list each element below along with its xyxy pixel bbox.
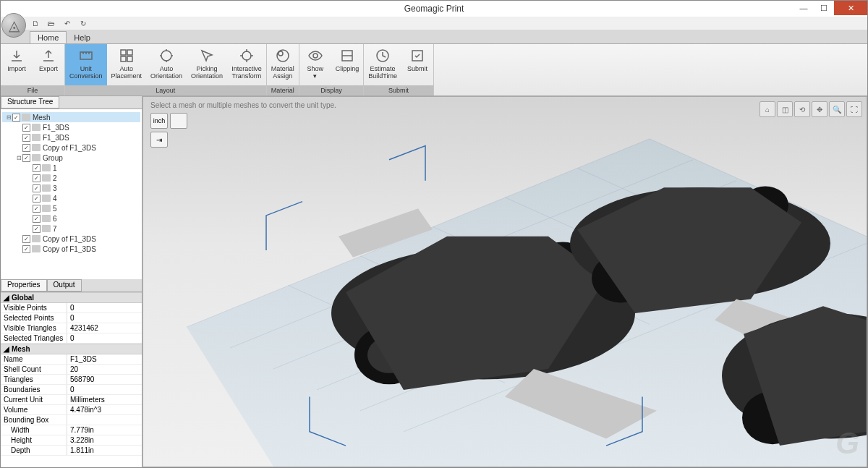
redo-icon[interactable]: ↻ <box>77 18 89 28</box>
view-zoom-icon[interactable]: 🔍 <box>829 101 845 117</box>
picking-orientation-button[interactable]: PickingOrientation <box>187 44 227 85</box>
minimize-button[interactable]: — <box>793 1 814 15</box>
checkbox[interactable]: ✓ <box>22 134 30 142</box>
auto-placement-button[interactable]: AutoPlacement <box>107 44 147 85</box>
structure-tree-tab[interactable]: Structure Tree <box>1 96 59 109</box>
checkbox[interactable]: ✓ <box>33 174 41 182</box>
view-fit-icon[interactable]: ⛶ <box>846 101 862 117</box>
checkbox[interactable]: ✓ <box>33 164 41 172</box>
structure-tree-tabs: Structure Tree <box>1 96 142 109</box>
material-assign-button[interactable]: MaterialAssign <box>267 44 299 85</box>
clipping-button[interactable]: Clipping <box>331 44 364 85</box>
tree-item[interactable]: ⊟✓Group <box>2 153 140 163</box>
collapse-icon: ◢ <box>4 294 9 302</box>
open-icon[interactable]: 🗁 <box>46 18 57 28</box>
prop-row: Current UnitMillimeters <box>1 395 142 405</box>
undo-icon[interactable]: ↶ <box>61 18 73 28</box>
unit-convert-button[interactable]: ⇥ <box>150 132 168 148</box>
prop-value: 0 <box>67 303 142 312</box>
tree-item[interactable]: ✓4 <box>2 193 140 203</box>
view-cube-icon[interactable]: ◫ <box>777 101 793 117</box>
prop-value: 0 <box>67 385 142 394</box>
import-button[interactable]: Import <box>1 44 33 85</box>
expand-icon[interactable]: ⊟ <box>15 155 22 161</box>
properties-tab[interactable]: Properties <box>1 279 47 292</box>
viewport-3d[interactable]: Select a mesh or multiple meshes to conv… <box>142 96 867 467</box>
checkbox[interactable]: ✓ <box>33 215 41 223</box>
autoorient-icon <box>158 47 175 64</box>
unit-conversion-button[interactable]: UnitConversion <box>65 44 107 85</box>
mesh-icon <box>32 134 41 141</box>
tree-item[interactable]: ✓Copy of F1_3DS <box>2 234 140 244</box>
tab-home[interactable]: Home <box>30 31 67 43</box>
close-button[interactable]: ✕ <box>834 1 867 15</box>
checkbox[interactable]: ✓ <box>33 195 41 203</box>
tree-item[interactable]: ✓1 <box>2 163 140 173</box>
checkbox[interactable]: ✓ <box>33 205 41 213</box>
tree-item-label: Group <box>43 154 63 162</box>
ribbon-group-label: Layout <box>65 85 266 95</box>
show-icon <box>307 47 324 64</box>
prop-value: 1.811in <box>67 446 142 455</box>
show-button[interactable]: Show▾ <box>299 44 331 85</box>
prop-key: Selected Triangles <box>1 333 67 343</box>
checkbox[interactable]: ✓ <box>33 184 41 192</box>
mesh-icon <box>42 184 51 192</box>
tree-item[interactable]: ✓2 <box>2 173 140 183</box>
unit-mm-button[interactable] <box>170 113 187 129</box>
tree-item[interactable]: ✓6 <box>2 213 140 224</box>
tree-item[interactable]: ✓F1_3DS <box>2 132 140 142</box>
checkbox[interactable]: ✓ <box>22 144 30 152</box>
checkbox[interactable]: ✓ <box>22 235 30 243</box>
tab-help[interactable]: Help <box>67 32 98 43</box>
clipping-icon <box>339 47 356 64</box>
svg-rect-2 <box>127 50 132 55</box>
tree-item[interactable]: ✓F1_3DS <box>2 122 140 132</box>
mesh-icon <box>42 205 51 212</box>
prop-row: Visible Points0 <box>1 303 142 313</box>
checkbox[interactable]: ✓ <box>22 245 30 253</box>
prop-key: Selected Points <box>1 313 67 323</box>
maximize-button[interactable]: ☐ <box>814 1 834 15</box>
transform-icon <box>238 47 255 64</box>
view-home-icon[interactable]: ⌂ <box>760 101 775 117</box>
app-logo[interactable]: ◬ <box>1 13 26 38</box>
checkbox[interactable]: ✓ <box>33 225 41 233</box>
tree-item[interactable]: ✓Copy of F1_3DS <box>2 142 140 153</box>
export-button[interactable]: Export <box>33 44 64 85</box>
unit-inch-button[interactable]: inch <box>150 113 168 129</box>
prop-key: Volume <box>1 405 67 414</box>
output-tab[interactable]: Output <box>47 279 82 292</box>
checkbox[interactable]: ✓ <box>12 114 20 122</box>
estimate-buildtime-button[interactable]: EstimateBuildTime <box>364 44 401 85</box>
build-plate-grid <box>143 97 867 467</box>
view-rotate-icon[interactable]: ⟲ <box>794 101 810 117</box>
checkbox[interactable]: ✓ <box>22 154 30 162</box>
structure-tree[interactable]: ⊟✓Mesh✓F1_3DS✓F1_3DS✓Copy of F1_3DS⊟✓Gro… <box>1 109 142 279</box>
tree-item[interactable]: ⊟✓Mesh <box>2 112 140 122</box>
checkbox[interactable]: ✓ <box>22 124 30 132</box>
prop-key: Name <box>1 354 67 364</box>
tree-item-label: 6 <box>53 215 57 223</box>
prop-section-header[interactable]: ◢Global <box>1 292 142 303</box>
tree-item[interactable]: ✓Copy of F1_3DS <box>2 244 140 254</box>
ribbon-button-label: Submit <box>407 66 427 73</box>
prop-section-header[interactable]: ◢Mesh <box>1 344 142 354</box>
view-pan-icon[interactable]: ✥ <box>812 101 827 117</box>
prop-key: Visible Triangles <box>1 323 67 333</box>
tree-item[interactable]: ✓5 <box>2 203 140 213</box>
interactive-transform-button[interactable]: InteractiveTransform <box>227 44 266 85</box>
prop-value: 3.228in <box>67 435 142 445</box>
prop-row: Shell Count20 <box>1 365 142 375</box>
auto-orientation-button[interactable]: AutoOrientation <box>146 44 187 85</box>
tree-item[interactable]: ✓3 <box>2 183 140 193</box>
submit-button[interactable]: Submit <box>401 44 433 85</box>
expand-icon[interactable]: ⊟ <box>5 114 12 121</box>
tree-item-label: Copy of F1_3DS <box>43 235 96 243</box>
new-icon[interactable]: 🗋 <box>30 18 41 28</box>
ribbon-button-label: Import <box>7 66 26 73</box>
ribbon-group-display: Show▾ClippingDisplay <box>299 44 365 95</box>
prop-value: 0 <box>67 313 142 323</box>
tree-item[interactable]: ✓7 <box>2 224 140 234</box>
prop-value: Millimeters <box>67 395 142 404</box>
